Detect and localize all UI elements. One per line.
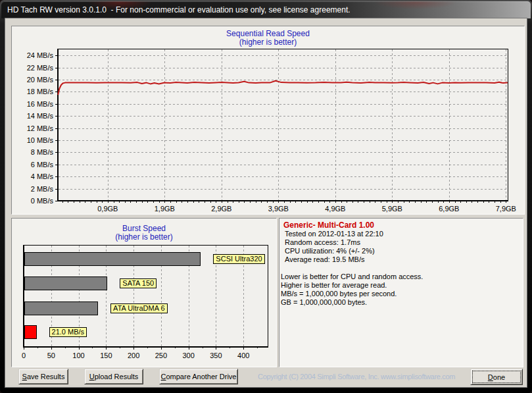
- burst-bar: [25, 277, 107, 290]
- drive-name: Generic- Multi-Card 1.00: [283, 221, 374, 230]
- app-window: HD Tach RW version 3.0.1.0 - For non-com…: [0, 0, 532, 393]
- x-axis-label: 4,9GB: [325, 205, 345, 213]
- drive-info-panel: Generic- Multi-Card 1.00 Tested on 2012-…: [279, 218, 523, 367]
- y-axis-label: 6 MB/s: [31, 161, 54, 169]
- y-axis-label: 24 MB/s: [27, 51, 54, 59]
- burst-speed-chart: 050100150200250300350400: [12, 219, 275, 365]
- y-axis-label: 0 MB/s: [31, 197, 54, 205]
- x-axis-label: 6,9GB: [439, 205, 459, 213]
- sequential-read-chart: 24 MB/s22 MB/s20 MB/s18 MB/s16 MB/s14 MB…: [12, 26, 523, 213]
- x-axis-label: 250: [155, 352, 167, 359]
- done-button[interactable]: Done: [470, 369, 523, 385]
- x-axis-label: 7,9GB: [496, 205, 516, 213]
- x-axis-label: 150: [100, 352, 112, 359]
- compare-another-drive-button[interactable]: Compare Another Drive: [159, 369, 238, 384]
- y-axis-label: 16 MB/s: [27, 100, 54, 108]
- copyright-text: Copyright (C) 2004 Simpli Software, Inc.…: [258, 373, 455, 380]
- info-note-gb: GB = 1,000,000,000 bytes.: [281, 298, 423, 307]
- plot-background: [58, 49, 508, 201]
- y-axis-label: 20 MB/s: [27, 76, 54, 84]
- title-bar[interactable]: HD Tach RW version 3.0.1.0 - For non-com…: [1, 1, 531, 18]
- info-note-mbs: MB/s = 1,000,000 bytes per second.: [281, 290, 423, 298]
- window-title: HD Tach RW version 3.0.1.0 - For non-com…: [1, 5, 351, 14]
- upload-results-button[interactable]: Upload Results: [84, 369, 143, 384]
- y-axis-label: 8 MB/s: [31, 148, 54, 156]
- y-axis-label: 2 MB/s: [31, 185, 54, 193]
- y-axis-label: 12 MB/s: [27, 124, 54, 132]
- y-axis-label: 22 MB/s: [27, 64, 54, 72]
- info-tested-on: Tested on 2012-01-13 at 22:10: [285, 230, 383, 238]
- x-axis-label: 100: [72, 352, 84, 359]
- save-results-button[interactable]: Save Results: [18, 369, 68, 384]
- x-axis-label: 0: [22, 352, 26, 359]
- burst-bar-label: SCSI Ultra320: [213, 254, 264, 264]
- burst-bar-label: 21.0 MB/s: [49, 327, 87, 337]
- info-random-access: Random access: 1.7ms: [285, 238, 383, 247]
- x-axis-label: 50: [47, 352, 55, 359]
- y-axis-label: 4 MB/s: [31, 172, 54, 180]
- x-axis-label: 300: [182, 352, 194, 359]
- burst-bar-label: ATA UltraDMA 6: [110, 303, 167, 313]
- burst-speed-panel: Burst Speed (higher is better) 050100150…: [11, 218, 277, 367]
- info-cpu-utilization: CPU utilization: 4% (+/- 2%): [285, 247, 383, 255]
- burst-bar-label: SATA 150: [120, 278, 157, 288]
- x-axis-label: 0,9GB: [97, 205, 118, 213]
- sequential-read-panel: Sequential Read Speed (higher is better)…: [11, 26, 525, 215]
- y-axis-label: 18 MB/s: [27, 88, 54, 95]
- x-axis-label: 3,9GB: [268, 205, 289, 213]
- burst-bar: [25, 253, 201, 266]
- client-area: Sequential Read Speed (higher is better)…: [5, 18, 527, 387]
- x-axis-label: 350: [210, 352, 222, 359]
- x-axis-label: 200: [128, 352, 139, 359]
- info-note-cpu: Lower is better for CPU and random acces…: [281, 273, 423, 281]
- x-axis-label: 400: [237, 352, 249, 359]
- info-note-read: Higher is better for average read.: [281, 281, 423, 290]
- x-axis-label: 2,9GB: [211, 205, 231, 213]
- y-axis-label: 14 MB/s: [27, 112, 54, 120]
- info-average-read: Average read: 19.5 MB/s: [285, 255, 383, 264]
- x-axis-label: 5,9GB: [382, 205, 402, 213]
- burst-bar: [25, 326, 37, 339]
- x-axis-label: 1,9GB: [155, 205, 175, 213]
- y-axis-label: 10 MB/s: [27, 136, 54, 144]
- burst-bar: [25, 302, 98, 315]
